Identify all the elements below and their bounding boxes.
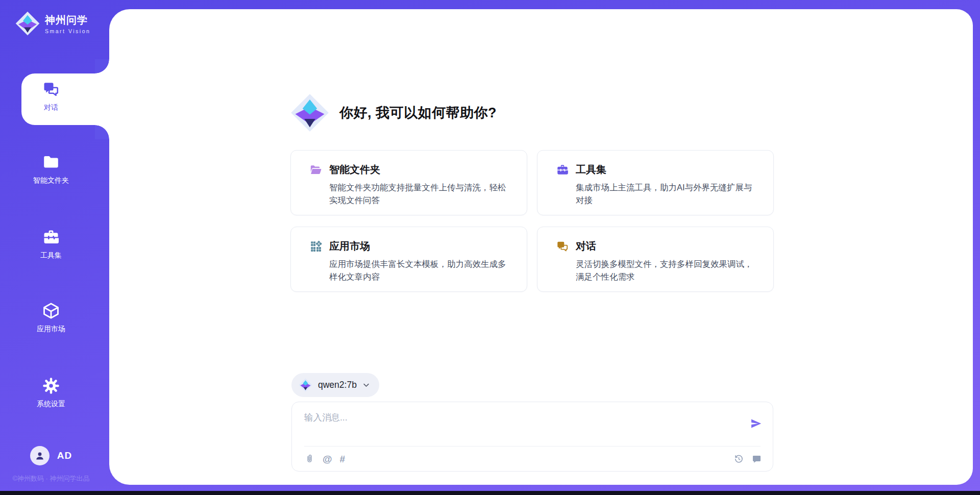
card-description: 集成市场上主流工具，助力AI与外界无缝扩展与对接 bbox=[576, 181, 758, 207]
card-title: 对话 bbox=[576, 239, 596, 253]
main-panel: 你好, 我可以如何帮助你? 智能文件夹 智能文件夹功能支持批量文件上传与清洗，轻… bbox=[109, 9, 973, 485]
diamond-logo-icon bbox=[15, 11, 40, 36]
card-description: 应用市场提供丰富长文本模板，助力高效生成多样化文章内容 bbox=[329, 258, 512, 283]
sidebar-item-toolset[interactable]: 工具集 bbox=[0, 228, 102, 260]
card-smart-folder[interactable]: 智能文件夹 智能文件夹功能支持批量文件上传与清洗，轻松实现文件问答 bbox=[290, 150, 527, 215]
folder-icon bbox=[42, 153, 60, 171]
gear-icon bbox=[42, 377, 60, 395]
diamond-logo-icon bbox=[290, 93, 329, 132]
greeting-text: 你好, 我可以如何帮助你? bbox=[339, 104, 497, 122]
brand-title: 神州问学 bbox=[45, 13, 90, 27]
brand-logo: 神州问学 Smart Vision bbox=[15, 11, 90, 36]
copyright-text: ©神州数码 · 神州问学出品 bbox=[0, 474, 102, 483]
hash-icon[interactable]: # bbox=[340, 454, 346, 464]
sidebar-item-label: 智能文件夹 bbox=[33, 176, 69, 185]
grid-icon bbox=[309, 240, 323, 253]
toolbox-icon bbox=[42, 228, 60, 246]
open-folder-icon bbox=[309, 163, 323, 177]
sidebar-item-label: 系统设置 bbox=[37, 400, 65, 409]
card-chat[interactable]: 对话 灵活切换多模型文件，支持多样回复效果调试，满足个性化需求 bbox=[537, 227, 774, 292]
paperclip-icon[interactable] bbox=[304, 454, 315, 464]
model-selector[interactable]: qwen2:7b bbox=[291, 373, 379, 397]
cube-icon bbox=[42, 302, 60, 320]
diamond-logo-icon bbox=[299, 378, 312, 392]
sidebar-item-smart-folder[interactable]: 智能文件夹 bbox=[0, 153, 102, 185]
message-composer: @ # bbox=[291, 402, 773, 472]
user-initials: AD bbox=[57, 450, 72, 461]
sidebar-item-chat[interactable]: 对话 bbox=[0, 80, 102, 112]
user-profile[interactable]: AD bbox=[0, 446, 102, 465]
chat-icon bbox=[42, 80, 60, 98]
sidebar: 神州问学 Smart Vision 对话 智能文件夹 工具集 bbox=[0, 0, 109, 491]
sidebar-item-settings[interactable]: 系统设置 bbox=[0, 377, 102, 409]
feature-cards: 智能文件夹 智能文件夹功能支持批量文件上传与清洗，轻松实现文件问答 工具集 集成… bbox=[290, 150, 774, 292]
card-app-market[interactable]: 应用市场 应用市场提供丰富长文本模板，助力高效生成多样化文章内容 bbox=[290, 227, 527, 292]
brand-subtitle: Smart Vision bbox=[45, 28, 90, 34]
avatar bbox=[30, 446, 50, 465]
card-toolset[interactable]: 工具集 集成市场上主流工具，助力AI与外界无缝扩展与对接 bbox=[537, 150, 774, 215]
card-description: 智能文件夹功能支持批量文件上传与清洗，轻松实现文件问答 bbox=[329, 181, 512, 207]
chevron-down-icon bbox=[362, 381, 370, 389]
bubble-icon[interactable] bbox=[751, 454, 762, 464]
sidebar-item-label: 应用市场 bbox=[37, 325, 65, 334]
history-icon[interactable] bbox=[733, 454, 744, 464]
sidebar-item-label: 工具集 bbox=[40, 251, 62, 260]
greeting: 你好, 我可以如何帮助你? bbox=[290, 93, 497, 132]
chat-icon bbox=[556, 240, 569, 253]
message-input[interactable] bbox=[304, 411, 743, 438]
card-title: 工具集 bbox=[576, 163, 606, 177]
model-name: qwen2:7b bbox=[318, 380, 357, 390]
card-title: 智能文件夹 bbox=[329, 163, 380, 177]
send-icon[interactable] bbox=[750, 417, 762, 430]
person-icon bbox=[34, 450, 46, 462]
at-icon[interactable]: @ bbox=[323, 454, 332, 464]
briefcase-icon bbox=[556, 163, 569, 177]
card-title: 应用市场 bbox=[329, 239, 370, 253]
screen-bottom-edge bbox=[0, 491, 980, 495]
sidebar-item-app-market[interactable]: 应用市场 bbox=[0, 302, 102, 334]
card-description: 灵活切换多模型文件，支持多样回复效果调试，满足个性化需求 bbox=[576, 258, 758, 283]
sidebar-item-label: 对话 bbox=[44, 103, 58, 112]
